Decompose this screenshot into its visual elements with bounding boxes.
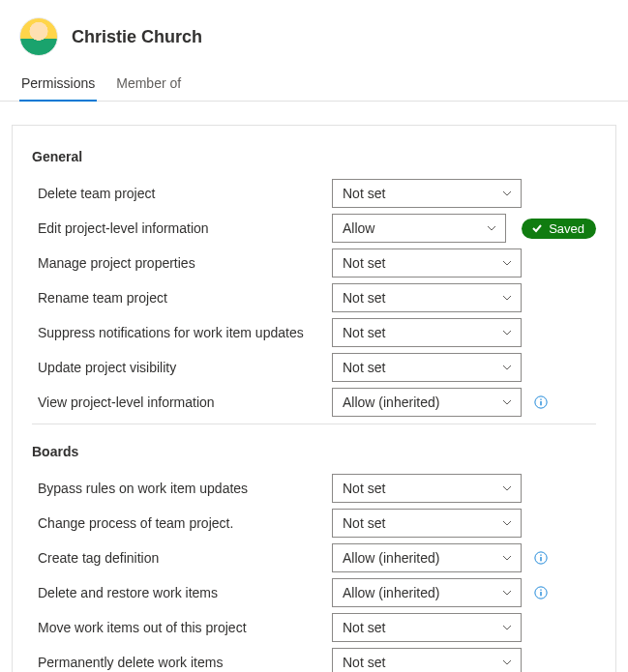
permission-row: Suppress notifications for work item upd… (32, 315, 596, 350)
chevron-down-icon (486, 222, 497, 234)
chevron-down-icon (501, 622, 513, 633)
permission-value: Not set (343, 325, 385, 340)
permission-value: Not set (343, 620, 385, 635)
tab-member-of[interactable]: Member of (114, 66, 183, 101)
avatar (19, 17, 58, 56)
tab-label: Permissions (21, 75, 95, 91)
chevron-down-icon (501, 327, 513, 338)
tabs: Permissions Member of (0, 66, 628, 102)
permission-row: Move work items out of this projectNot s… (32, 610, 596, 645)
permission-label: Change process of team project. (32, 510, 322, 537)
permission-label: Manage project properties (32, 249, 322, 277)
permission-dropdown[interactable]: Not set (332, 613, 522, 642)
permission-label: View project-level information (32, 389, 322, 416)
chevron-down-icon (501, 188, 513, 199)
svg-rect-4 (540, 557, 541, 561)
svg-rect-2 (540, 399, 541, 400)
permission-label: Create tag definition (32, 544, 322, 571)
permission-row: Rename team projectNot set (32, 280, 596, 315)
permission-dropdown[interactable]: Not set (332, 283, 522, 312)
permission-value: Allow (inherited) (343, 394, 439, 410)
chevron-down-icon (501, 292, 513, 304)
chevron-down-icon (501, 587, 513, 599)
permission-row: Update project visibilityNot set (32, 350, 596, 385)
permission-row: Manage project propertiesNot set (32, 246, 596, 280)
tab-label: Member of (116, 75, 181, 91)
info-icon[interactable] (533, 585, 549, 600)
chevron-down-icon (501, 482, 513, 494)
saved-label: Saved (549, 221, 584, 236)
permission-dropdown[interactable]: Not set (332, 474, 522, 503)
checkmark-icon (531, 222, 543, 234)
permission-value: Not set (343, 655, 385, 670)
chevron-down-icon (501, 396, 513, 408)
permission-label: Permanently delete work items (32, 649, 322, 672)
permission-row: Edit project-level informationAllowSaved (32, 211, 596, 246)
header: Christie Church (0, 0, 628, 66)
chevron-down-icon (501, 552, 513, 564)
permission-dropdown[interactable]: Allow (inherited) (332, 388, 522, 417)
permission-label: Delete team project (32, 180, 322, 207)
permission-dropdown[interactable]: Not set (332, 353, 522, 382)
permission-section: BoardsBypass rules on work item updatesN… (32, 438, 596, 672)
tab-permissions[interactable]: Permissions (19, 66, 97, 101)
saved-badge: Saved (522, 219, 596, 239)
svg-rect-1 (540, 401, 541, 405)
permission-value: Not set (343, 481, 385, 496)
permission-row: Create tag definitionAllow (inherited) (32, 541, 596, 575)
permission-dropdown[interactable]: Not set (332, 318, 522, 347)
permission-dropdown[interactable]: Allow (inherited) (332, 543, 522, 572)
permission-dropdown[interactable]: Allow (332, 214, 506, 243)
chevron-down-icon (501, 657, 513, 668)
permission-dropdown[interactable]: Not set (332, 179, 522, 208)
permission-label: Bypass rules on work item updates (32, 475, 322, 502)
chevron-down-icon (501, 517, 513, 529)
permission-dropdown[interactable]: Not set (332, 248, 522, 278)
svg-rect-7 (540, 592, 541, 596)
permission-value: Allow (343, 220, 374, 236)
permission-value: Not set (343, 186, 385, 201)
permission-value: Not set (343, 360, 385, 375)
permission-row: Bypass rules on work item updatesNot set (32, 471, 596, 506)
permission-row: Delete and restore work itemsAllow (inhe… (32, 575, 596, 610)
permission-label: Rename team project (32, 284, 322, 311)
svg-rect-5 (540, 555, 541, 556)
permission-value: Not set (343, 515, 385, 531)
section-title: General (32, 143, 596, 176)
permission-section: GeneralDelete team projectNot setEdit pr… (32, 143, 596, 424)
permission-dropdown[interactable]: Not set (332, 648, 522, 672)
permission-label: Delete and restore work items (32, 579, 322, 606)
permissions-panel: GeneralDelete team projectNot setEdit pr… (12, 125, 616, 672)
permission-label: Edit project-level information (32, 215, 322, 242)
permission-value: Allow (inherited) (343, 585, 439, 600)
permission-row: View project-level informationAllow (inh… (32, 385, 596, 420)
permission-dropdown[interactable]: Allow (inherited) (332, 578, 522, 607)
chevron-down-icon (501, 362, 513, 373)
permission-row: Change process of team project.Not set (32, 506, 596, 541)
permission-label: Update project visibility (32, 354, 322, 381)
permission-label: Move work items out of this project (32, 614, 322, 641)
permission-label: Suppress notifications for work item upd… (32, 319, 322, 346)
info-icon[interactable] (533, 394, 549, 410)
permission-value: Allow (inherited) (343, 550, 439, 566)
user-name: Christie Church (72, 27, 202, 47)
permission-row: Permanently delete work itemsNot set (32, 645, 596, 672)
permission-dropdown[interactable]: Not set (332, 509, 522, 538)
permission-row: Delete team projectNot set (32, 176, 596, 211)
chevron-down-icon (501, 257, 513, 269)
permission-value: Not set (343, 290, 385, 306)
permission-value: Not set (343, 255, 385, 271)
info-icon[interactable] (533, 550, 549, 566)
section-title: Boards (32, 438, 596, 471)
svg-rect-8 (540, 590, 541, 591)
